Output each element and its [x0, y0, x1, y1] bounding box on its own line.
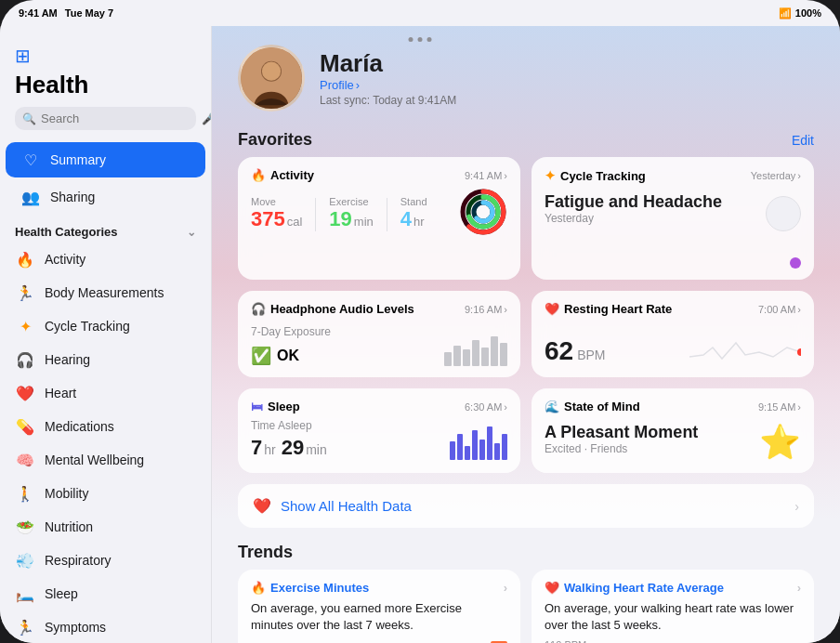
show-all-health-data[interactable]: ❤️ Show All Health Data › — [238, 484, 814, 528]
favorites-title: Favorites — [238, 130, 312, 150]
sharing-icon: 👥 — [20, 187, 41, 207]
profile-info: María Profile › Last sync: Today at 9:41… — [320, 49, 456, 107]
sleep-icon: 🛏️ — [15, 584, 35, 604]
sidebar-item-activity[interactable]: 🔥 Activity — [0, 243, 211, 276]
walking-hr-trend-title: ❤️ Walking Heart Rate Average › — [545, 581, 801, 595]
sleep-card-title: 🛏 Sleep — [251, 400, 300, 413]
health-categories-header: Health Categories ⌄ — [0, 216, 211, 243]
heart-icon: ❤️ — [15, 383, 35, 403]
check-icon: ✅ — [251, 346, 271, 366]
main-content: María Profile › Last sync: Today at 9:41… — [212, 26, 840, 643]
sidebar-item-medications[interactable]: 💊 Medications — [0, 410, 211, 443]
walking-hr-chart: 110 BPM 98 — [545, 639, 801, 643]
cycle-card[interactable]: ✦ Cycle Tracking Yesterday › Fatigue and… — [532, 157, 814, 280]
activity-stats: Move 375 cal Exercise 19 — [251, 196, 427, 231]
activity-flame-icon: 🔥 — [251, 168, 266, 182]
bpm-label: 110 BPM — [545, 639, 586, 643]
ok-badge: ✅ OK — [251, 346, 331, 366]
sidebar-item-sleep[interactable]: 🛏️ Sleep — [0, 577, 211, 610]
sidebar-item-respiratory[interactable]: 💨 Respiratory — [0, 544, 211, 577]
mobility-icon: 🚶 — [15, 483, 35, 504]
profile-name: María — [320, 49, 456, 78]
sidebar-item-body-measurements[interactable]: 🏃 Body Measurements — [0, 276, 211, 309]
sidebar-item-nutrition[interactable]: 🥗 Nutrition — [0, 510, 211, 544]
heart-bpm: 62 — [545, 336, 573, 366]
heart-rate-chart — [689, 329, 801, 366]
activity-card-time: 9:41 AM › — [465, 170, 507, 181]
symptoms-icon: 🏃 — [15, 617, 35, 637]
sidebar-item-label: Summary — [50, 152, 106, 167]
respiratory-icon: 💨 — [15, 550, 35, 571]
mic-icon[interactable]: 🎤 — [202, 112, 212, 125]
heart-rate-icon: ❤️ — [545, 302, 559, 316]
mental-icon: 🧠 — [15, 450, 35, 470]
sidebar-toggle-icon[interactable]: ⊞ — [15, 46, 31, 66]
profile-section: María Profile › Last sync: Today at 9:41… — [212, 26, 840, 126]
chevron-right-icon: › — [504, 304, 507, 315]
headphone-card[interactable]: 🎧 Headphone Audio Levels 9:16 AM › 7-Day… — [238, 291, 520, 377]
exercise-trend-title: 🔥 Exercise Minutes › — [251, 581, 507, 595]
cycle-icon: ✦ — [15, 316, 35, 336]
three-dots — [409, 37, 432, 42]
state-of-mind-card[interactable]: 🌊 State of Mind 9:15 AM › A Pleasant Mom… — [532, 388, 814, 473]
exercise-stat: Exercise 19 min — [329, 196, 373, 231]
activity-card[interactable]: 🔥 Activity 9:41 AM › Move — [238, 157, 520, 280]
state-card-time: 9:15 AM › — [758, 401, 801, 413]
chevron-right-icon: › — [797, 401, 801, 413]
sidebar-item-heart[interactable]: ❤️ Heart — [0, 376, 211, 410]
show-all-label: Show All Health Data — [281, 498, 785, 514]
search-input[interactable] — [41, 112, 197, 125]
chevron-down-icon[interactable]: ⌄ — [187, 226, 196, 239]
heart-rate-card[interactable]: ❤️ Resting Heart Rate 7:00 AM › 62 BPM — [532, 291, 814, 377]
cycle-icon: ✦ — [545, 168, 556, 183]
status-icons: 📶 100% — [779, 7, 821, 20]
profile-link[interactable]: Profile › — [320, 78, 456, 92]
body-icon: 🏃 — [15, 282, 35, 303]
medications-icon: 💊 — [15, 416, 35, 437]
state-card-header: 🌊 State of Mind 9:15 AM › — [545, 400, 801, 413]
state-icon: 🌊 — [545, 400, 559, 413]
move-stat: Move 375 cal — [251, 196, 302, 231]
show-all-heart-icon: ❤️ — [253, 497, 271, 515]
cycle-symptom: Fatigue and Headache — [545, 192, 722, 212]
sidebar-item-mobility[interactable]: 🚶 Mobility — [0, 477, 211, 510]
sleep-card-header: 🛏 Sleep 6:30 AM › — [251, 400, 507, 413]
sidebar-item-mental-wellbeing[interactable]: 🧠 Mental Wellbeing — [0, 443, 211, 477]
exercise-trend-card[interactable]: 🔥 Exercise Minutes › On average, you ear… — [238, 570, 520, 643]
sidebar-item-summary[interactable]: ♡ Summary — [6, 142, 205, 177]
walking-hr-desc: On average, your walking heart rate was … — [545, 600, 801, 634]
search-box[interactable]: 🔍 🎤 — [15, 107, 196, 130]
sleep-card[interactable]: 🛏 Sleep 6:30 AM › Time Asleep 7 — [238, 388, 520, 473]
exercise-trend-chevron: › — [504, 581, 507, 595]
heart-bpm-unit: BPM — [577, 348, 605, 362]
battery-icon: 100% — [795, 7, 821, 19]
summary-icon: ♡ — [20, 150, 41, 170]
favorites-header: Favorites Edit — [212, 126, 840, 157]
favorites-grid: 🔥 Activity 9:41 AM › Move — [212, 157, 840, 484]
sidebar-item-hearing[interactable]: 🎧 Hearing — [0, 343, 211, 376]
edit-button[interactable]: Edit — [792, 133, 814, 148]
star-icon: ⭐ — [759, 423, 801, 462]
section-label: Health Categories — [15, 225, 118, 239]
heart-rate-card-header: ❤️ Resting Heart Rate 7:00 AM › — [545, 302, 801, 316]
sleep-minutes: 29 — [282, 436, 304, 460]
svg-point-3 — [262, 62, 281, 81]
wifi-icon: 📶 — [779, 7, 792, 20]
status-time: 9:41 AM — [19, 7, 58, 19]
chevron-right-small-icon: › — [504, 170, 507, 181]
chevron-right-icon: › — [797, 170, 801, 181]
cycle-card-time: Yesterday › — [751, 170, 801, 181]
sleep-icon-card: 🛏 — [251, 400, 263, 413]
sidebar-item-cycle-tracking[interactable]: ✦ Cycle Tracking — [0, 309, 211, 343]
state-moment: A Pleasant Moment — [545, 423, 698, 442]
state-sub: Excited · Friends — [545, 442, 698, 455]
sidebar-item-sharing[interactable]: 👥 Sharing — [6, 179, 205, 215]
show-all-chevron-icon: › — [794, 499, 799, 514]
headphone-bars — [444, 329, 507, 366]
sidebar-item-symptoms[interactable]: 🏃 Symptoms — [0, 610, 211, 643]
heart-rate-card-title: ❤️ Resting Heart Rate — [545, 302, 672, 316]
walking-hr-trend-card[interactable]: ❤️ Walking Heart Rate Average › On avera… — [532, 570, 814, 643]
activity-card-title: 🔥 Activity — [251, 168, 314, 182]
nutrition-icon: 🥗 — [15, 517, 35, 537]
headphone-card-header: 🎧 Headphone Audio Levels 9:16 AM › — [251, 302, 507, 316]
